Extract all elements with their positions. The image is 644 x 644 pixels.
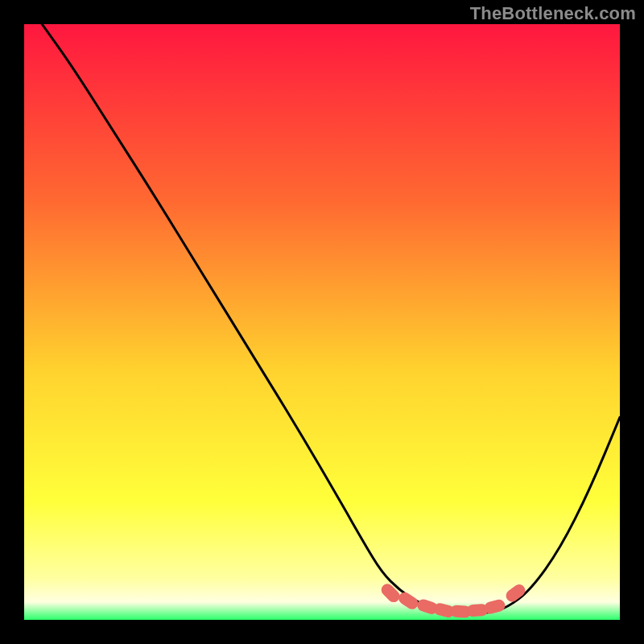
gradient-background	[24, 24, 620, 620]
watermark-text: TheBottleneck.com	[470, 3, 636, 24]
chart-frame: TheBottleneck.com	[0, 0, 644, 644]
plot-svg	[24, 24, 620, 620]
plot-area	[24, 24, 620, 620]
